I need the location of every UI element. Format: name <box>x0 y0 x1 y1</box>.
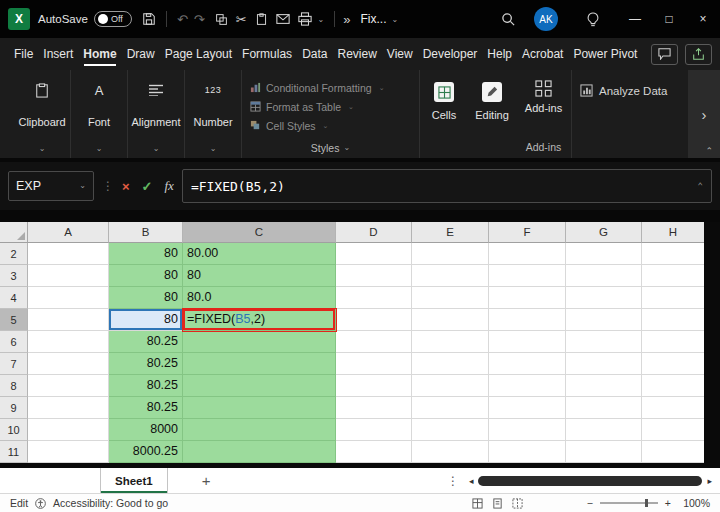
chevron-down-icon[interactable]: ⌄ <box>318 15 325 24</box>
search-icon[interactable] <box>501 12 516 27</box>
cell[interactable]: 80.00 <box>183 243 336 265</box>
minimize-button[interactable]: — <box>618 0 652 38</box>
cell[interactable] <box>566 265 642 287</box>
column-header-e[interactable]: E <box>412 222 489 243</box>
cell[interactable] <box>28 243 109 265</box>
row-header[interactable]: 7 <box>0 353 28 375</box>
cell[interactable] <box>412 397 489 419</box>
cell[interactable] <box>412 265 489 287</box>
maximize-button[interactable]: □ <box>652 0 686 38</box>
cell[interactable] <box>28 309 109 331</box>
scrollbar-thumb[interactable] <box>478 476 702 486</box>
styles-group-label[interactable]: Styles ⌄ <box>250 142 411 154</box>
cell[interactable] <box>28 287 109 309</box>
cell[interactable]: 80 <box>109 287 183 309</box>
cell[interactable] <box>566 397 642 419</box>
ribbon-overflow-button[interactable]: › <box>688 70 720 158</box>
formula-input[interactable]: =FIXED(B5,2) ⌃ <box>182 169 712 203</box>
zoom-slider[interactable] <box>600 502 658 504</box>
cell[interactable] <box>642 441 704 463</box>
excel-logo-icon[interactable]: X <box>8 8 30 30</box>
cell[interactable] <box>642 265 704 287</box>
scroll-left-icon[interactable]: ◂ <box>469 476 474 486</box>
cell[interactable] <box>566 419 642 441</box>
tab-draw[interactable]: Draw <box>127 38 155 70</box>
cell[interactable] <box>412 309 489 331</box>
cell[interactable] <box>28 397 109 419</box>
cell[interactable] <box>28 419 109 441</box>
conditional-formatting-button[interactable]: Conditional Formatting ⌄ <box>250 78 411 97</box>
cell[interactable]: 80 <box>183 265 336 287</box>
cell[interactable]: 80.25 <box>109 331 183 353</box>
share-button[interactable] <box>685 44 712 65</box>
cell[interactable] <box>336 309 412 331</box>
cell[interactable] <box>566 441 642 463</box>
cell[interactable] <box>566 331 642 353</box>
cell[interactable] <box>336 265 412 287</box>
copy-icon[interactable] <box>215 13 228 26</box>
cell[interactable]: 80.0 <box>183 287 336 309</box>
row-header[interactable]: 10 <box>0 419 28 441</box>
expand-formula-bar-icon[interactable]: ⌃ <box>698 181 703 191</box>
cell-styles-button[interactable]: Cell Styles ⌄ <box>250 116 411 135</box>
cell[interactable] <box>489 441 566 463</box>
column-header-g[interactable]: G <box>566 222 642 243</box>
tab-acrobat[interactable]: Acrobat <box>522 38 563 70</box>
cell[interactable] <box>489 375 566 397</box>
confirm-entry-button[interactable]: ✓ <box>142 179 153 194</box>
cell[interactable] <box>489 287 566 309</box>
cell[interactable] <box>642 331 704 353</box>
autosave-toggle[interactable]: Off <box>94 11 132 27</box>
cell[interactable] <box>28 331 109 353</box>
cell[interactable] <box>566 309 642 331</box>
cell[interactable] <box>336 353 412 375</box>
sheet-tab-sheet1[interactable]: Sheet1 <box>100 468 168 493</box>
cell[interactable] <box>28 353 109 375</box>
tab-help[interactable]: Help <box>487 38 512 70</box>
tab-options-dots-icon[interactable]: ⋮ <box>447 474 459 488</box>
column-header-h[interactable]: H <box>642 222 704 243</box>
cell[interactable] <box>336 287 412 309</box>
clipboard-group-button[interactable]: Clipboard ⌄ <box>14 70 71 158</box>
cell[interactable]: 80.25 <box>109 353 183 375</box>
tab-home[interactable]: Home <box>83 38 116 70</box>
cell[interactable] <box>412 419 489 441</box>
cell[interactable] <box>642 353 704 375</box>
cell[interactable] <box>642 419 704 441</box>
cell[interactable] <box>28 375 109 397</box>
scroll-right-icon[interactable]: ▸ <box>707 476 712 486</box>
cell[interactable] <box>28 265 109 287</box>
tab-file[interactable]: File <box>14 38 33 70</box>
cell[interactable] <box>642 309 704 331</box>
cell[interactable] <box>489 309 566 331</box>
cell[interactable] <box>28 441 109 463</box>
undo-icon[interactable]: ↶ <box>177 13 188 26</box>
cell[interactable] <box>336 419 412 441</box>
cells-group-button[interactable]: Cells <box>420 70 468 158</box>
zoom-level[interactable]: 100% <box>678 497 710 509</box>
cell[interactable] <box>336 441 412 463</box>
cell[interactable] <box>183 441 336 463</box>
cell[interactable]: 8000.25 <box>109 441 183 463</box>
cell[interactable] <box>566 243 642 265</box>
column-header-d[interactable]: D <box>336 222 412 243</box>
cell[interactable]: 80.25 <box>109 397 183 419</box>
tab-view[interactable]: View <box>387 38 413 70</box>
cell-C5-editing[interactable]: =FIXED(B5,2) <box>183 309 336 331</box>
print-icon[interactable] <box>298 12 312 26</box>
cell[interactable] <box>412 353 489 375</box>
comments-button[interactable] <box>651 44 678 65</box>
alignment-group-button[interactable]: Alignment ⌄ <box>128 70 185 158</box>
cell[interactable] <box>412 441 489 463</box>
cell[interactable] <box>566 353 642 375</box>
avatar[interactable]: AK <box>534 7 558 31</box>
cell[interactable] <box>183 375 336 397</box>
new-sheet-button[interactable]: + <box>202 472 211 489</box>
cell[interactable] <box>183 419 336 441</box>
cell[interactable] <box>412 287 489 309</box>
cell[interactable] <box>336 331 412 353</box>
paste-icon[interactable] <box>255 13 268 26</box>
page-layout-view-icon[interactable] <box>492 498 503 509</box>
zoom-slider-thumb[interactable] <box>645 499 648 507</box>
font-group-button[interactable]: A Font ⌄ <box>71 70 128 158</box>
